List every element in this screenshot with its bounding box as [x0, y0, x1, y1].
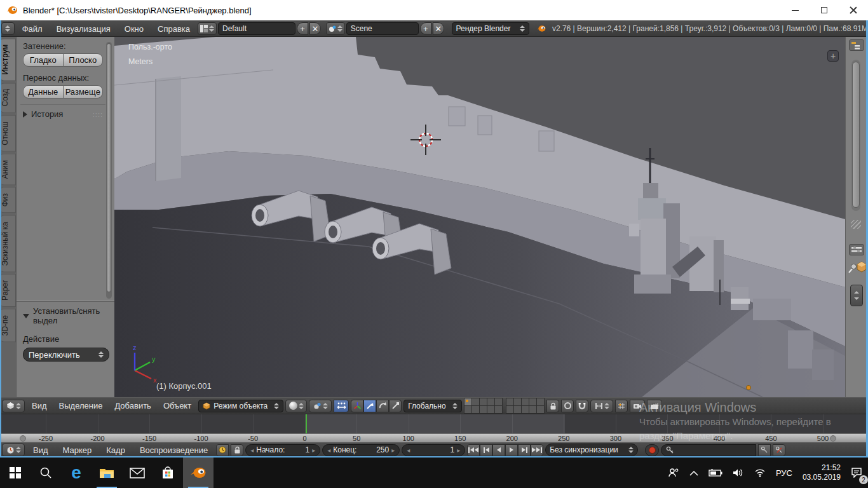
arrow-left-icon[interactable]: ◂	[250, 447, 254, 454]
outliner-scrollbar[interactable]	[851, 60, 860, 211]
lock-toggle[interactable]	[231, 444, 243, 456]
keying-set-field[interactable]	[661, 444, 756, 456]
layer-toggle[interactable]	[465, 406, 471, 413]
shade-flat-button[interactable]: Плоско	[64, 53, 104, 67]
scene-browse-button[interactable]	[326, 22, 345, 35]
manipulator-toggle-button[interactable]	[334, 400, 349, 412]
ruler-right-cap[interactable]	[830, 435, 836, 442]
taskbar-explorer-button[interactable]	[92, 458, 122, 488]
delete-keyframe-button[interactable]	[773, 444, 785, 456]
menu-help[interactable]: Справка	[151, 24, 196, 34]
pivot-center-button[interactable]	[309, 400, 332, 412]
volume-icon[interactable]	[729, 460, 747, 485]
tab-physics[interactable]: Физ	[0, 187, 16, 213]
layer-toggle[interactable]	[514, 406, 521, 413]
editor-type-button[interactable]	[2, 400, 25, 412]
layer-toggle[interactable]	[514, 398, 521, 405]
layer-toggle[interactable]	[529, 398, 536, 405]
history-panel-header[interactable]: История ::::	[23, 109, 103, 119]
shade-smooth-button[interactable]: Гладко	[23, 53, 64, 67]
auto-keyframe-button[interactable]	[645, 444, 659, 456]
arrow-right-icon[interactable]: ▸	[391, 447, 395, 454]
layer-toggle[interactable]	[487, 398, 494, 405]
snap-toggle-button[interactable]	[576, 400, 588, 412]
delete-scene-button[interactable]: ✕	[433, 22, 444, 35]
properties-region-toggle[interactable]: +	[827, 50, 839, 62]
people-icon[interactable]	[665, 460, 682, 485]
editor-type-button[interactable]	[1, 22, 15, 35]
end-frame-field[interactable]: ◂ Конец: 250 ▸	[322, 444, 400, 456]
play-button[interactable]	[505, 444, 518, 456]
tab-animation[interactable]: Аним	[0, 154, 16, 186]
layer-toggle[interactable]	[480, 398, 487, 405]
jump-to-start-button[interactable]	[467, 444, 480, 456]
lock-to-scene-button[interactable]	[546, 400, 559, 412]
taskbar-search-button[interactable]	[31, 458, 61, 488]
close-button[interactable]	[839, 0, 868, 20]
panel-grip-icon[interactable]: ::::	[93, 111, 103, 118]
action-select[interactable]: Переключить	[23, 348, 109, 362]
preview-range-toggle[interactable]	[216, 444, 229, 456]
tab-grease-pencil[interactable]: Эскизный ка	[0, 215, 16, 273]
current-frame-field[interactable]: ◂ 1 ▸	[402, 444, 465, 456]
menu-window[interactable]: Окно	[118, 24, 150, 34]
add-layout-button[interactable]: +	[297, 22, 308, 35]
arrow-left-icon[interactable]: ◂	[327, 447, 330, 454]
manipulator-axis-button[interactable]	[351, 400, 363, 412]
taskbar-edge-button[interactable]: e	[61, 458, 92, 488]
menu-file[interactable]: Файл	[16, 24, 49, 34]
language-indicator[interactable]: РУС	[773, 460, 796, 485]
start-button[interactable]	[0, 458, 31, 488]
arrow-right-icon[interactable]: ▸	[457, 447, 460, 454]
taskbar-store-button[interactable]	[153, 458, 183, 488]
transform-orientation-select[interactable]: Глобально	[403, 400, 462, 412]
scene-field[interactable]: Scene	[346, 22, 419, 35]
layer-toggle[interactable]	[522, 406, 529, 413]
layer-toggle[interactable]	[480, 406, 487, 413]
tab-relations[interactable]: Отнош	[0, 115, 16, 152]
region-resize-grip[interactable]	[851, 220, 861, 229]
menu-render[interactable]: Визуализация	[50, 24, 117, 34]
snap-target-button[interactable]	[615, 400, 628, 412]
layer-toggle[interactable]	[472, 406, 479, 413]
proportional-edit-button[interactable]	[561, 400, 574, 412]
menu-marker[interactable]: Маркер	[57, 445, 98, 455]
manipulator-translate-button[interactable]	[363, 400, 376, 412]
layer-toggle[interactable]	[495, 406, 502, 413]
battery-icon[interactable]	[705, 460, 726, 485]
layer-toggle[interactable]	[529, 406, 536, 413]
outliner-editor-icon[interactable]	[849, 39, 864, 51]
operator-panel-header[interactable]: Установить/снять выдел	[23, 306, 109, 325]
opengl-render-anim-button[interactable]	[647, 400, 662, 412]
mode-select[interactable]: Режим объекта	[198, 400, 283, 412]
start-frame-field[interactable]: ◂ Начало: 1 ▸	[245, 444, 320, 456]
tab-paper[interactable]: Paper	[0, 274, 16, 307]
timeline-playhead[interactable]	[306, 414, 307, 433]
layer-toggle[interactable]	[472, 398, 479, 405]
viewport-3d[interactable]: x y z Польз.-орто Meters (1) Корпус.001 …	[114, 37, 845, 397]
tab-create[interactable]: Созд	[0, 83, 16, 112]
wifi-icon[interactable]	[751, 460, 769, 485]
navigate-spinner[interactable]	[850, 285, 863, 306]
transfer-layout-button[interactable]: Размеще	[64, 85, 104, 98]
ruler-left-cap[interactable]	[20, 435, 26, 442]
menu-view[interactable]: Вид	[27, 445, 55, 455]
layer-toggle[interactable]	[522, 398, 529, 405]
manipulator-rotate-button[interactable]	[376, 400, 389, 412]
menu-add[interactable]: Добавить	[109, 401, 156, 410]
timeline-ruler[interactable]: -250-200-150-100-50050100150200250300350…	[0, 433, 868, 442]
tool-shelf-scrollbar[interactable]	[106, 42, 112, 299]
jump-to-end-button[interactable]	[531, 444, 543, 456]
viewport-shading-button[interactable]	[285, 400, 307, 412]
layer-toggle[interactable]	[537, 398, 544, 405]
screen-layout-button[interactable]	[198, 22, 217, 35]
add-scene-button[interactable]: +	[420, 22, 431, 35]
minimize-button[interactable]	[780, 0, 810, 20]
delete-layout-button[interactable]: ✕	[309, 22, 321, 35]
menu-frame[interactable]: Кадр	[100, 445, 132, 455]
next-keyframe-button[interactable]	[518, 444, 531, 456]
menu-object[interactable]: Объект	[158, 401, 196, 410]
tab-tools[interactable]: Инструм	[0, 38, 16, 81]
manipulator-scale-button[interactable]	[389, 400, 402, 412]
timeline-track[interactable]	[0, 414, 868, 433]
